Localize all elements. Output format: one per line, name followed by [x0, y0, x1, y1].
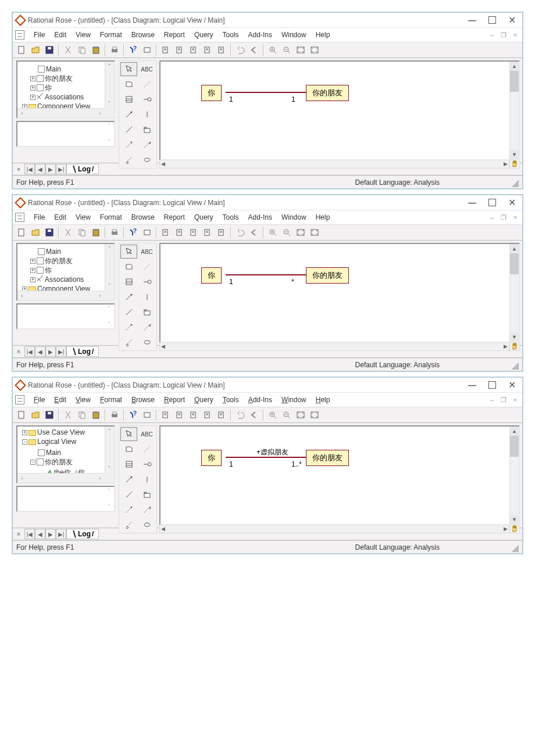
mdi-minimize[interactable]: –	[487, 30, 497, 40]
tree-item[interactable]: Main	[30, 449, 61, 457]
class-tool[interactable]	[120, 92, 137, 106]
class-box-b[interactable]: 你的朋友	[306, 85, 349, 101]
save-button[interactable]	[43, 226, 56, 239]
mdi-close[interactable]: ×	[511, 395, 520, 404]
association-line[interactable]	[226, 274, 306, 275]
canvas-hscroll[interactable]: ◀▶	[159, 342, 509, 351]
menu-format[interactable]: Format	[95, 212, 127, 223]
mdi-minimize[interactable]: –	[487, 395, 497, 404]
browse-prev-button[interactable]	[248, 44, 261, 56]
new-button[interactable]	[15, 226, 28, 239]
menu-view[interactable]: View	[71, 395, 95, 405]
anchor-tool[interactable]	[138, 442, 155, 456]
menu-tools[interactable]: Tools	[218, 395, 244, 405]
window-close[interactable]: ✕	[505, 15, 519, 26]
class-box-b[interactable]: 你的朋友	[306, 267, 349, 284]
menu-edit[interactable]: Edit	[49, 30, 71, 40]
resize-grip[interactable]	[509, 360, 519, 370]
resize-grip[interactable]	[509, 543, 519, 552]
documentation-pane[interactable]: ˄˅	[16, 303, 115, 329]
assoc-tool[interactable]	[120, 305, 137, 319]
browse-state-button[interactable]	[215, 44, 228, 56]
copy-button[interactable]	[76, 226, 88, 239]
undo-fit-button[interactable]	[308, 226, 321, 239]
realize-tool[interactable]	[138, 138, 155, 152]
menu-help[interactable]: Help	[311, 212, 335, 223]
zoom-in-button[interactable]	[266, 44, 279, 56]
separator-tool[interactable]	[138, 108, 155, 121]
menu-tools[interactable]: Tools	[218, 30, 244, 40]
window-minimize[interactable]	[465, 15, 479, 26]
mdi-close[interactable]: ×	[511, 213, 520, 222]
menu-add-ins[interactable]: Add-Ins	[244, 212, 277, 223]
interface-tool[interactable]	[138, 275, 155, 289]
title-bar[interactable]: Rational Rose - (untitled) - [Class Diag…	[13, 378, 522, 393]
browse-parent-button[interactable]	[234, 44, 247, 56]
menu-report[interactable]: Report	[159, 395, 190, 405]
tree-item[interactable]: + 你	[30, 84, 52, 92]
tree-expand[interactable]: -	[22, 439, 27, 445]
menu-report[interactable]: Report	[159, 30, 190, 40]
menu-window[interactable]: Window	[277, 212, 311, 223]
menu-query[interactable]: Query	[190, 30, 218, 40]
class-box-a[interactable]: 你	[201, 267, 222, 284]
window-maximize[interactable]	[485, 15, 499, 26]
context-help-button[interactable]: ?	[127, 226, 140, 239]
undo-fit-button[interactable]	[308, 44, 321, 56]
zoom-in-button[interactable]	[266, 226, 279, 239]
browse-parent-button[interactable]	[234, 226, 247, 239]
mdi-document-icon[interactable]	[15, 30, 24, 40]
association-line[interactable]	[226, 92, 306, 93]
menu-view[interactable]: View	[71, 212, 95, 223]
multiplicity-a[interactable]: 1	[229, 278, 233, 286]
canvas-vscroll[interactable]: ▲▼	[509, 427, 519, 524]
aggregation-tool[interactable]	[120, 153, 137, 167]
class-tool[interactable]	[120, 457, 137, 471]
tree-item[interactable]: - Logical View	[22, 438, 76, 446]
tree-expand[interactable]: -	[30, 460, 35, 465]
browse-prev-button[interactable]	[248, 226, 261, 239]
browse-comp-button[interactable]	[173, 44, 186, 56]
text-tool[interactable]: ABC	[138, 427, 155, 441]
menu-edit[interactable]: Edit	[49, 395, 71, 405]
ellipse-tool[interactable]	[138, 518, 155, 532]
diagram-canvas[interactable]: 你 你的朋友 1 * ▲▼	[159, 243, 520, 343]
context-help-button[interactable]: ?	[127, 409, 140, 421]
ellipse-tool[interactable]	[138, 335, 155, 349]
cut-button[interactable]	[62, 409, 74, 421]
menu-browse[interactable]: Browse	[127, 212, 159, 223]
select-button[interactable]	[141, 226, 154, 239]
menu-help[interactable]: Help	[311, 395, 335, 405]
class-box-a[interactable]: 你	[201, 450, 222, 466]
note-tool[interactable]	[120, 77, 137, 91]
window-maximize[interactable]	[485, 379, 499, 391]
canvas-hscroll[interactable]: ◀▶	[159, 524, 509, 533]
tree-expand[interactable]: +	[30, 268, 35, 273]
menu-browse[interactable]: Browse	[127, 30, 159, 40]
assoc-tool[interactable]	[120, 488, 137, 501]
zoom-in-button[interactable]	[266, 409, 279, 421]
pan-hand-button[interactable]	[509, 524, 520, 533]
menu-tools[interactable]: Tools	[218, 212, 244, 223]
dependency-tool[interactable]	[120, 320, 137, 334]
title-bar[interactable]: Rational Rose - (untitled) - [Class Diag…	[13, 195, 522, 210]
window-minimize[interactable]	[465, 379, 479, 391]
paste-button[interactable]	[90, 409, 102, 421]
tree-item[interactable]: - 你的朋友	[30, 458, 73, 467]
mdi-restore[interactable]: ❐	[499, 30, 508, 40]
ellipse-tool[interactable]	[138, 153, 155, 167]
realize-tool[interactable]	[138, 503, 155, 517]
class-tool[interactable]	[120, 275, 137, 289]
pan-hand-button[interactable]	[509, 159, 520, 169]
tree-hscroll[interactable]: ‹›	[17, 108, 105, 117]
menu-format[interactable]: Format	[95, 395, 127, 405]
separator-tool[interactable]	[138, 472, 155, 486]
mdi-document-icon[interactable]	[15, 213, 24, 222]
menu-help[interactable]: Help	[311, 30, 335, 40]
uni-assoc-tool[interactable]	[120, 108, 137, 121]
new-button[interactable]	[15, 409, 28, 421]
dependency-tool[interactable]	[120, 138, 137, 152]
window-maximize[interactable]	[485, 197, 499, 209]
select-button[interactable]	[141, 44, 154, 56]
save-button[interactable]	[43, 44, 56, 56]
